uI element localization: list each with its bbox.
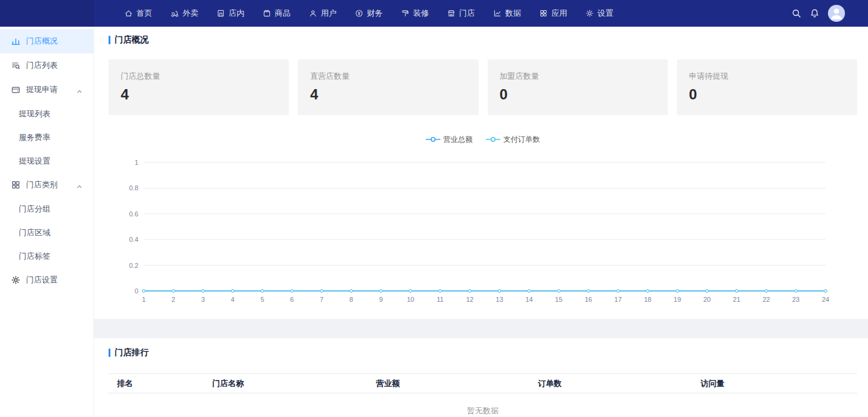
user-avatar[interactable] [828,5,845,22]
svg-text:23: 23 [792,296,799,303]
nav-item-data[interactable]: 数据 [493,0,521,27]
nav-item-label: 店内 [229,8,244,19]
svg-text:18: 18 [644,296,651,303]
nav-item-label: 数据 [505,8,521,19]
grid-icon [11,180,21,190]
stat-cards: 门店总数量 4 直营店数量 4 加盟店数量 0 申请待提现 0 [109,59,857,115]
column-header-orders: 订单数 [530,374,692,393]
svg-text:2: 2 [172,296,175,303]
legend-item-revenue[interactable]: 营业总额 [426,135,473,145]
stat-label: 门店总数量 [121,71,277,82]
svg-text:0: 0 [135,287,138,295]
stat-card-direct-stores: 直营店数量 4 [298,59,478,115]
svg-text:0.4: 0.4 [129,236,138,243]
svg-text:1: 1 [135,159,138,166]
nav-item-label: 外卖 [183,8,198,19]
gear-icon [11,275,21,285]
sidebar-subitem-withdraw-list[interactable]: 提现列表 [0,102,93,125]
legend-label: 支付订单数 [503,135,540,145]
svg-text:11: 11 [437,296,443,303]
svg-text:0.2: 0.2 [129,262,138,269]
svg-text:24: 24 [822,296,829,303]
svg-text:19: 19 [674,296,681,303]
chart-legend: 营业总额 支付订单数 [109,136,857,143]
column-header-visits: 访问量 [692,374,857,393]
svg-text:22: 22 [762,296,770,303]
home-icon [124,9,133,18]
nav-item-label: 设置 [597,8,613,19]
nav-item-goods[interactable]: 商品 [263,0,291,27]
svg-text:5: 5 [260,296,264,303]
nav-item-label: 商品 [275,8,291,19]
stat-label: 申请待提现 [689,71,845,82]
line-marker-icon [486,136,500,142]
apps-icon [539,9,548,18]
line-marker-icon [426,136,440,142]
svg-text:1: 1 [142,296,146,303]
nav-item-settings[interactable]: 设置 [585,0,613,27]
column-header-store-name: 门店名称 [204,374,368,393]
svg-text:8: 8 [349,296,353,303]
nav-item-instore[interactable]: 店内 [217,0,244,27]
sidebar-subitem-withdraw-settings[interactable]: 提现设置 [0,149,93,173]
nav-item-store[interactable]: 门店 [447,0,475,27]
nav-item-apps[interactable]: 应用 [539,0,567,27]
sidebar-item-withdraw-apply[interactable]: 提现申请 [0,78,93,102]
sidebar-subitem-store-group[interactable]: 门店分组 [0,197,93,221]
sidebar-item-store-overview[interactable]: 门店概况 [0,29,93,53]
sidebar-item-store-list[interactable]: 门店列表 [0,53,93,78]
nav-item-decoration[interactable]: 装修 [401,0,429,27]
list-search-icon [11,61,21,70]
sidebar-item-store-category[interactable]: 门店类别 [0,173,93,197]
svg-text:17: 17 [614,296,622,303]
store-overview-panel: 门店概况 门店总数量 4 直营店数量 4 加盟店数量 0 申请待提现 0 [94,27,868,319]
takeout-icon [170,9,179,18]
store-ranking-table: 排名 门店名称 营业额 订单数 访问量 暂无数据 [109,373,857,417]
svg-text:21: 21 [733,296,740,303]
sidebar-subitem-label: 门店区域 [19,227,50,238]
sidebar-subitem-label: 服务费率 [19,132,50,143]
title-marker [109,349,110,357]
svg-text:7: 7 [320,296,323,303]
legend-item-paid-orders[interactable]: 支付订单数 [486,135,540,145]
stat-value: 0 [689,86,845,103]
logo-area [0,0,94,27]
sidebar-subitem-label: 提现列表 [19,108,50,119]
svg-text:9: 9 [379,296,383,303]
sidebar: 门店概况 门店列表 提现申请 提现列表 服务费率 提现设置 门店类别 门店分组 … [0,27,94,417]
sidebar-subitem-store-tag[interactable]: 门店标签 [0,244,93,268]
instore-icon [217,9,225,18]
sidebar-item-store-settings[interactable]: 门店设置 [0,268,93,292]
nav-item-takeout[interactable]: 外卖 [170,0,198,27]
stat-card-franchise-stores: 加盟店数量 0 [488,59,668,115]
column-header-revenue: 营业额 [368,374,530,393]
stat-value: 0 [500,86,656,103]
sidebar-item-label: 门店概况 [26,36,58,47]
nav-item-label: 首页 [136,8,152,19]
table-header-row: 排名 门店名称 营业额 订单数 访问量 [109,374,857,393]
svg-text:0.8: 0.8 [129,184,138,192]
bar-chart-icon [11,36,21,46]
svg-text:13: 13 [496,296,503,303]
stat-card-total-stores: 门店总数量 4 [109,59,289,115]
svg-text:12: 12 [466,296,473,303]
nav-item-home[interactable]: 首页 [124,0,152,27]
nav-item-users[interactable]: 用户 [309,0,337,27]
data-icon [493,9,502,18]
sidebar-subitem-label: 门店标签 [19,251,50,262]
nav-item-finance[interactable]: 财务 [355,0,383,27]
stat-value: 4 [121,86,277,103]
stat-label: 直营店数量 [310,71,466,82]
bell-icon[interactable] [810,8,819,18]
ranking-section-title: 门店排行 [109,347,857,359]
settings-icon [585,9,594,18]
svg-text:14: 14 [525,296,533,303]
stat-card-pending-withdraw: 申请待提现 0 [677,59,857,115]
search-icon[interactable] [792,8,801,18]
nav-item-label: 门店 [459,8,475,19]
overview-section-title: 门店概况 [109,34,857,46]
sidebar-subitem-store-region[interactable]: 门店区域 [0,221,93,244]
nav-item-label: 用户 [321,8,337,19]
sidebar-subitem-service-rate[interactable]: 服务费率 [0,125,93,149]
topbar-right-actions [792,5,868,22]
